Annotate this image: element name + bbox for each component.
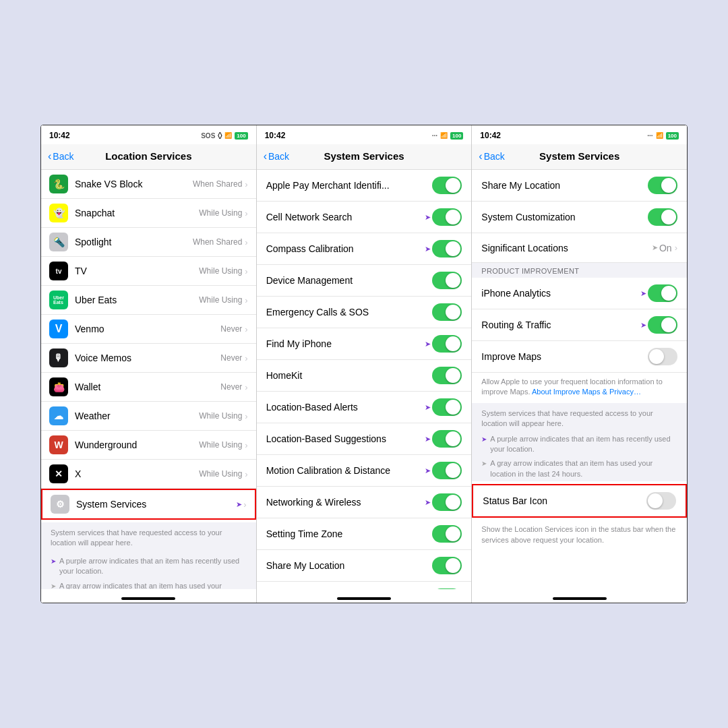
arrow-findmy: ➤ xyxy=(425,340,431,348)
label-iphoneanalytics: iPhone Analytics xyxy=(481,288,640,299)
settings-row-networking[interactable]: Networking & Wireless ➤ xyxy=(257,487,472,518)
app-icon-wunderground: W xyxy=(49,435,68,454)
label-timezone: Setting Time Zone xyxy=(266,528,433,539)
arrow-cellnetwork: ➤ xyxy=(425,213,431,222)
legend-gray-icon-3: ➤ xyxy=(481,459,487,468)
settings-row-shareloc[interactable]: Share My Location xyxy=(257,550,472,582)
status-bar-3: 10:42 ··· 📶 100 xyxy=(472,125,687,144)
list-item-snapchat[interactable]: 👻 Snapchat While Using › xyxy=(41,199,256,228)
settings-row-syscustom[interactable]: System Customization xyxy=(257,582,472,589)
list-item-wunderground[interactable]: W Wunderground While Using › xyxy=(41,431,256,460)
app-icon-snake: 🐍 xyxy=(49,175,68,193)
label-locationsugg: Location-Based Suggestions xyxy=(266,433,425,444)
settings-row-improvemaps[interactable]: Improve Maps xyxy=(472,341,687,373)
toggle-findmy[interactable] xyxy=(432,335,462,353)
settings-row-iphoneanalytics[interactable]: iPhone Analytics ➤ xyxy=(472,278,687,309)
battery-icon-3: 100 xyxy=(666,132,679,140)
item-name-wunderground: Wunderground xyxy=(75,439,199,450)
legend-gray-1: ➤ A gray arrow indicates that an item ha… xyxy=(41,579,256,589)
list-item-wallet[interactable]: 👛 Wallet Never › xyxy=(41,373,256,402)
status-bar-1: 10:42 SOS 〈〉 📶 100 xyxy=(41,125,256,144)
toggle-emergency[interactable] xyxy=(432,303,462,321)
chevron-voicememos: › xyxy=(245,353,247,363)
list-item-venmo[interactable]: V Venmo Never › xyxy=(41,315,256,344)
item-name-sysservices: System Services xyxy=(76,499,236,510)
nav-title-1: Location Services xyxy=(105,150,191,162)
back-button-1[interactable]: ‹ Back xyxy=(48,150,73,162)
toggle-networking[interactable] xyxy=(432,493,462,511)
label-homekit: HomeKit xyxy=(266,370,433,381)
app-icon-spotlight: 🔦 xyxy=(49,233,68,251)
settings-row-homekit[interactable]: HomeKit xyxy=(257,360,472,392)
toggle-applepay[interactable] xyxy=(432,177,462,194)
arrow-locationsugg: ➤ xyxy=(425,435,431,444)
settings-row-applepay[interactable]: Apple Pay Merchant Identifi... xyxy=(257,170,472,202)
toggle-devicemgmt[interactable] xyxy=(432,272,462,289)
list-item-ubereats[interactable]: UberEats Uber Eats While Using › xyxy=(41,286,256,315)
label-locationalerts: Location-Based Alerts xyxy=(266,402,425,413)
list-item-x[interactable]: ✕ X While Using › xyxy=(41,460,256,489)
list-item-spotlight[interactable]: 🔦 Spotlight When Shared › xyxy=(41,228,256,257)
list-item-sysservices[interactable]: ⚙ System Services ➤ › xyxy=(41,489,256,520)
settings-row-syscustomization[interactable]: System Customization xyxy=(472,202,687,233)
toggle-iphoneanalytics[interactable] xyxy=(648,284,677,302)
label-shareloc: Share My Location xyxy=(266,560,433,571)
toggle-timezone[interactable] xyxy=(432,525,462,543)
app-icon-voicememos: 🎙 xyxy=(49,348,68,367)
label-improvemaps: Improve Maps xyxy=(481,351,648,362)
chevron-sysservices: › xyxy=(243,499,246,510)
list-item-tv[interactable]: tv TV While Using › xyxy=(41,257,256,286)
settings-row-cellnetwork[interactable]: Cell Network Search ➤ xyxy=(257,202,472,233)
screenshot-container: 10:42 SOS 〈〉 📶 100 ‹ Back Location Servi… xyxy=(40,125,688,603)
app-icon-x: ✕ xyxy=(49,464,68,483)
toggle-improvemaps[interactable] xyxy=(648,348,677,365)
signal-dots-3: ··· xyxy=(647,132,653,140)
label-sharemyloc: Share My Location xyxy=(481,180,648,191)
toggle-routing[interactable] xyxy=(648,316,677,334)
settings-row-sharemyloc[interactable]: Share My Location xyxy=(472,170,687,202)
nav-title-2: System Services xyxy=(324,150,404,162)
settings-row-statusbaricon[interactable]: Status Bar Icon xyxy=(472,484,687,518)
toggle-shareloc[interactable] xyxy=(432,557,462,574)
toggle-motioncal[interactable] xyxy=(432,462,462,479)
back-label-2: Back xyxy=(268,151,289,162)
settings-row-devicemgmt[interactable]: Device Management xyxy=(257,265,472,297)
settings-row-compass[interactable]: Compass Calibration ➤ xyxy=(257,233,472,265)
footer-note-1: System services that have requested acce… xyxy=(41,522,256,554)
status-time-1: 10:42 xyxy=(49,131,70,140)
toggle-compass[interactable] xyxy=(432,240,462,257)
toggle-cellnetwork[interactable] xyxy=(432,208,462,226)
toggle-locationsugg[interactable] xyxy=(432,430,462,448)
toggle-syscustomization[interactable] xyxy=(648,208,677,226)
list-item-snake[interactable]: 🐍 Snake VS Block When Shared › xyxy=(41,170,256,199)
item-name-snake: Snake VS Block xyxy=(75,179,193,189)
list-item-voicememos[interactable]: 🎙 Voice Memos Never › xyxy=(41,344,256,373)
settings-row-findmy[interactable]: Find My iPhone ➤ xyxy=(257,328,472,360)
back-button-3[interactable]: ‹ Back xyxy=(479,150,504,162)
toggle-locationalerts[interactable] xyxy=(432,398,462,416)
settings-row-locationsugg[interactable]: Location-Based Suggestions ➤ xyxy=(257,423,472,455)
toggle-statusbaricon[interactable] xyxy=(646,492,676,510)
legend-purple-icon-3: ➤ xyxy=(481,435,487,444)
home-indicator-3 xyxy=(472,589,687,603)
list-item-weather[interactable]: ☁ Weather While Using › xyxy=(41,402,256,431)
nav-title-3: System Services xyxy=(539,150,619,162)
item-name-tv: TV xyxy=(75,266,199,276)
back-button-2[interactable]: ‹ Back xyxy=(264,150,289,162)
toggle-homekit[interactable] xyxy=(432,367,462,384)
settings-row-locationalerts[interactable]: Location-Based Alerts ➤ xyxy=(257,392,472,423)
settings-row-motioncal[interactable]: Motion Calibration & Distance ➤ xyxy=(257,455,472,487)
toggle-sharemyloc[interactable] xyxy=(648,177,677,194)
settings-row-significantloc[interactable]: Significant Locations ➤ On › xyxy=(472,233,687,263)
settings-row-routing[interactable]: Routing & Traffic ➤ xyxy=(472,309,687,341)
legend-purple-text-3: A purple arrow indicates that an item ha… xyxy=(490,434,677,455)
improve-maps-note: Allow Apple to use your frequent locatio… xyxy=(472,373,687,403)
legend-gray-text-3: A gray arrow indicates that an item has … xyxy=(490,458,677,479)
label-networking: Networking & Wireless xyxy=(266,497,425,508)
app-icon-ubereats: UberEats xyxy=(49,291,68,309)
settings-row-emergency[interactable]: Emergency Calls & SOS xyxy=(257,297,472,328)
list-section-1: 🐍 Snake VS Block When Shared › 👻 Snapcha… xyxy=(41,170,256,589)
improve-maps-link[interactable]: About Improve Maps & Privacy… xyxy=(532,388,641,396)
legend-purple-3: ➤ A purple arrow indicates that an item … xyxy=(472,432,687,457)
settings-row-timezone[interactable]: Setting Time Zone xyxy=(257,518,472,550)
